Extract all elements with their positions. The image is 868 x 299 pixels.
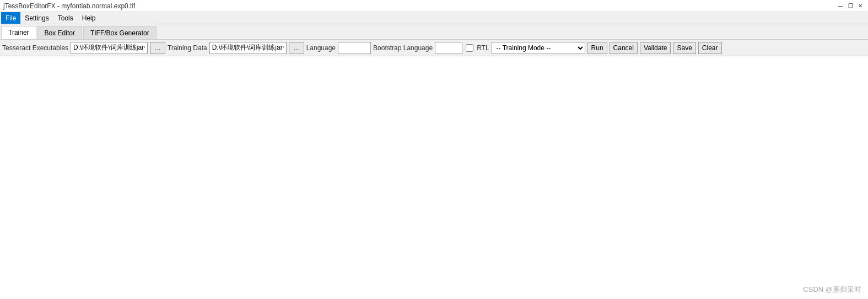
browse-training-button[interactable]: ... bbox=[289, 42, 304, 54]
clear-button[interactable]: Clear bbox=[698, 42, 722, 54]
title-bar: jTessBoxEditorFX - myfontlab.normal.exp0… bbox=[0, 0, 868, 12]
close-button[interactable]: ✕ bbox=[856, 2, 865, 10]
language-label: Language bbox=[306, 44, 336, 52]
training-data-input[interactable] bbox=[209, 42, 287, 54]
save-button[interactable]: Save bbox=[673, 42, 696, 54]
tab-box-editor[interactable]: Box Editor bbox=[37, 26, 82, 39]
title-bar-controls: — ❐ ✕ bbox=[836, 2, 865, 10]
main-content bbox=[0, 56, 868, 299]
bootstrap-language-label: Bootstrap Language bbox=[373, 44, 433, 52]
toolbar-row: Tesseract Executables ... Training Data … bbox=[0, 40, 868, 56]
training-mode-select[interactable]: -- Training Mode -- Train with Existing … bbox=[492, 42, 585, 54]
tab-bar: Trainer Box Editor TIFF/Box Generator bbox=[0, 24, 868, 40]
maximize-button[interactable]: ❐ bbox=[846, 2, 855, 10]
training-data-label: Training Data bbox=[168, 44, 207, 52]
tesseract-executables-label: Tesseract Executables bbox=[2, 44, 68, 52]
validate-button[interactable]: Validate bbox=[640, 42, 671, 54]
menu-help[interactable]: Help bbox=[78, 12, 100, 24]
tab-tiff-box-generator[interactable]: TIFF/Box Generator bbox=[83, 26, 157, 39]
cancel-button[interactable]: Cancel bbox=[610, 42, 638, 54]
tesseract-executables-input[interactable] bbox=[71, 42, 148, 54]
run-button[interactable]: Run bbox=[587, 42, 607, 54]
browse-tesseract-button[interactable]: ... bbox=[150, 42, 165, 54]
minimize-button[interactable]: — bbox=[836, 2, 845, 10]
menu-bar: File Settings Tools Help bbox=[0, 12, 868, 24]
menu-tools[interactable]: Tools bbox=[53, 12, 78, 24]
menu-settings[interactable]: Settings bbox=[20, 12, 53, 24]
rtl-checkbox[interactable] bbox=[466, 44, 473, 52]
bootstrap-language-input[interactable] bbox=[435, 42, 462, 54]
tab-trainer[interactable]: Trainer bbox=[1, 26, 36, 39]
rtl-label: RTL bbox=[477, 44, 489, 52]
language-input[interactable] bbox=[338, 42, 371, 54]
watermark: CSDN @雁归采时 bbox=[803, 285, 861, 295]
menu-file[interactable]: File bbox=[1, 12, 20, 24]
title-bar-text: jTessBoxEditorFX - myfontlab.normal.exp0… bbox=[3, 2, 135, 10]
